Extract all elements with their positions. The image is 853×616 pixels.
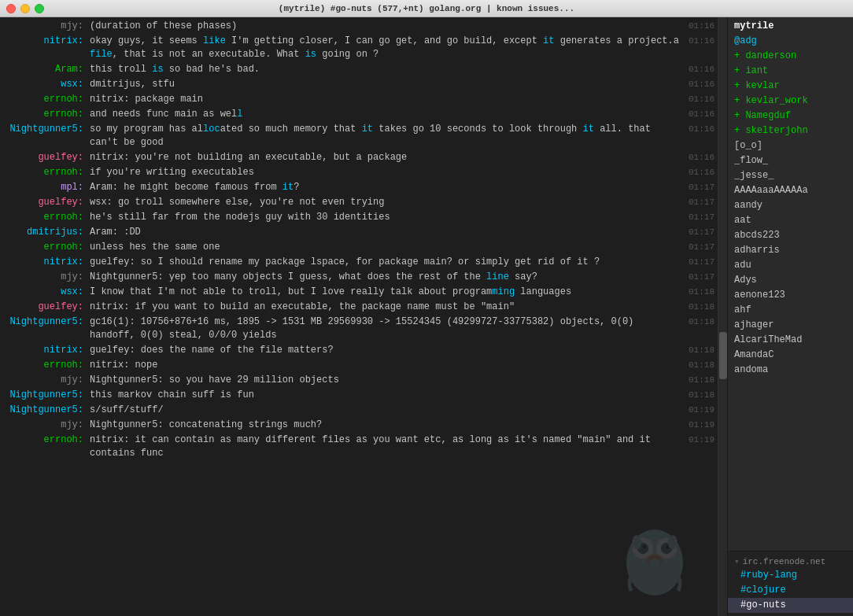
sidebar-user[interactable]: + danderson	[728, 49, 853, 64]
nick-label[interactable]: Nightgunner5:	[3, 389, 90, 402]
nick-label[interactable]: mjy:	[3, 419, 90, 432]
scrollbar[interactable]	[718, 17, 727, 616]
minimize-button[interactable]	[20, 4, 30, 13]
nick-label[interactable]: errnoh:	[3, 93, 90, 106]
svg-point-1	[633, 538, 653, 559]
sidebar-user[interactable]: AlcariTheMad	[728, 333, 853, 348]
message-text: wsx: go troll somewhere else, you're not…	[90, 196, 683, 209]
nick-label[interactable]: nitrix:	[3, 256, 90, 269]
nick-label[interactable]: guelfey:	[3, 196, 90, 209]
sidebar-user[interactable]: andoma	[728, 363, 853, 378]
chat-row: errnoh:nitrix: nope01:18	[0, 358, 718, 373]
sidebar-user[interactable]: aenone123	[728, 288, 853, 303]
sidebar-user[interactable]: AmandaC	[728, 348, 853, 363]
sidebar-user[interactable]: AAAAaaaAAAAAa	[728, 183, 853, 198]
user-list[interactable]: mytrile @adg+ danderson+ iant+ kevlar+ k…	[728, 17, 853, 551]
message-text: nitrix: package main	[90, 93, 683, 106]
nick-label[interactable]: mpl:	[3, 181, 90, 194]
sidebar-user[interactable]: aandy	[728, 198, 853, 213]
nick-label[interactable]: nitrix:	[3, 344, 90, 357]
nick-label[interactable]: errnoh:	[3, 108, 90, 121]
sidebar-user[interactable]: + iant	[728, 64, 853, 79]
nick-label[interactable]: Aram:	[3, 63, 90, 76]
sidebar-user[interactable]: aat	[728, 213, 853, 228]
window-title: (mytrile) #go-nuts (577,+nt) golang.org …	[279, 4, 574, 13]
nick-label[interactable]: Nightgunner5:	[3, 123, 90, 136]
chat-row: errnoh:he's still far from the nodejs gu…	[0, 210, 718, 225]
chat-row: mpl:Aram: he might become famous from it…	[0, 180, 718, 195]
chat-messages[interactable]: mjy:(duration of these phases)01:16nitri…	[0, 17, 718, 463]
message-text: Aram: :DD	[90, 226, 683, 239]
nick-label[interactable]: errnoh:	[3, 241, 90, 254]
nick-label[interactable]: guelfey:	[3, 301, 90, 314]
maximize-button[interactable]	[35, 4, 44, 13]
svg-point-3	[637, 543, 648, 554]
main-layout: mjy:(duration of these phases)01:16nitri…	[0, 17, 853, 616]
sidebar-user[interactable]: _jesse_	[728, 168, 853, 183]
nick-label[interactable]: errnoh:	[3, 166, 90, 179]
sidebar-user[interactable]: [o_o]	[728, 138, 853, 153]
sidebar-user[interactable]: ahf	[728, 303, 853, 318]
message-text: this troll is so bad he's bad.	[90, 63, 683, 76]
timestamp: 01:18	[683, 389, 715, 402]
sidebar-user[interactable]: adu	[728, 258, 853, 273]
chat-row: Aram:this troll is so bad he's bad.01:16	[0, 62, 718, 77]
nick-label[interactable]: wsx:	[3, 78, 90, 91]
sidebar-user[interactable]: abcds223	[728, 228, 853, 243]
server-header[interactable]: ▾irc.freenode.net	[728, 555, 853, 568]
svg-point-8	[649, 559, 660, 566]
nick-label[interactable]: errnoh:	[3, 359, 90, 372]
channel-item[interactable]: #go-nuts	[728, 598, 853, 613]
channel-item[interactable]: #ruby-lang	[728, 568, 853, 583]
chat-row: errnoh:nitrix: it can contain as many di…	[0, 433, 718, 461]
svg-point-4	[661, 543, 672, 554]
timestamp: 01:19	[683, 433, 715, 447]
timestamp: 01:17	[683, 181, 715, 194]
nick-label[interactable]: errnoh:	[3, 211, 90, 224]
sidebar-user[interactable]: @adg	[728, 34, 853, 49]
message-text: guelfey: does the name of the file matte…	[90, 344, 683, 357]
chat-area: mjy:(duration of these phases)01:16nitri…	[0, 17, 718, 616]
nick-label[interactable]: guelfey:	[3, 151, 90, 164]
timestamp: 01:18	[683, 301, 715, 314]
nick-label[interactable]: mjy:	[3, 20, 90, 33]
messages-container[interactable]: mjy:(duration of these phases)01:16nitri…	[0, 17, 718, 616]
message-text: nitrix: you're not building an executabl…	[90, 151, 683, 164]
nick-label[interactable]: mjy:	[3, 374, 90, 387]
nick-label[interactable]: mjy:	[3, 271, 90, 284]
nick-label[interactable]: wsx:	[3, 286, 90, 299]
sidebar-user[interactable]: + kevlar	[728, 79, 853, 94]
message-text: Nightgunner5: concatenating strings much…	[90, 419, 683, 432]
nick-label[interactable]: errnoh:	[3, 433, 90, 447]
scrollbar-thumb[interactable]	[719, 332, 727, 379]
sidebar-user[interactable]: + Namegduf	[728, 109, 853, 124]
message-text: nitrix: it can contain as many different…	[90, 433, 683, 460]
message-text: okay guys, it seems like I'm getting clo…	[90, 35, 683, 61]
sidebar-user[interactable]: ajhager	[728, 318, 853, 333]
close-button[interactable]	[6, 4, 16, 13]
sidebar-user[interactable]: adharris	[728, 243, 853, 258]
nick-label[interactable]: Nightgunner5:	[3, 315, 90, 329]
message-text: Aram: he might become famous from it?	[90, 181, 683, 194]
message-text: I know that I'm not able to troll, but I…	[90, 286, 683, 299]
timestamp: 01:18	[683, 374, 715, 387]
sidebar: mytrile @adg+ danderson+ iant+ kevlar+ k…	[727, 17, 853, 616]
timestamp: 01:16	[683, 123, 715, 136]
sidebar-user[interactable]: _flow_	[728, 153, 853, 168]
nick-label[interactable]: Nightgunner5:	[3, 404, 90, 417]
message-text: dmitrijus, stfu	[90, 78, 683, 91]
svg-point-6	[666, 545, 670, 549]
sidebar-user[interactable]: + kevlar_work	[728, 94, 853, 109]
chat-row: mjy:(duration of these phases)01:16	[0, 19, 718, 34]
sidebar-user[interactable]: + skelterjohn	[728, 124, 853, 138]
channel-item[interactable]: #clojure	[728, 583, 853, 598]
sidebar-user[interactable]: Adys	[728, 273, 853, 288]
timestamp: 01:17	[683, 211, 715, 224]
chat-row: mjy:Nightgunner5: yep too many objects I…	[0, 270, 718, 285]
nick-label[interactable]: dmitrijus:	[3, 226, 90, 239]
chat-row: guelfey:nitrix: you're not building an e…	[0, 150, 718, 165]
timestamp: 01:16	[683, 63, 715, 76]
server-name: irc.freenode.net	[743, 557, 826, 566]
message-text: nitrix: nope	[90, 359, 683, 372]
nick-label[interactable]: nitrix:	[3, 35, 90, 48]
